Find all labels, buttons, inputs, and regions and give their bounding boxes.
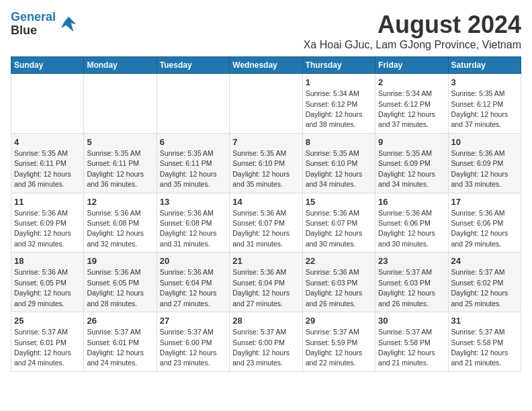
day-content: Sunrise: 5:36 AM Sunset: 6:07 PM Dayligh… — [306, 209, 363, 248]
day-number: 9 — [378, 136, 445, 148]
day-number: 11 — [14, 196, 81, 208]
day-content: Sunrise: 5:36 AM Sunset: 6:04 PM Dayligh… — [160, 268, 217, 307]
calendar-cell: 16Sunrise: 5:36 AM Sunset: 6:06 PM Dayli… — [375, 193, 448, 253]
day-content: Sunrise: 5:35 AM Sunset: 6:11 PM Dayligh… — [87, 149, 144, 188]
weekday-header: Saturday — [448, 57, 521, 74]
day-number: 20 — [160, 255, 226, 267]
calendar-cell: 2Sunrise: 5:34 AM Sunset: 6:12 PM Daylig… — [375, 74, 448, 134]
calendar-cell: 24Sunrise: 5:37 AM Sunset: 6:02 PM Dayli… — [448, 253, 521, 312]
calendar-cell — [84, 74, 157, 134]
day-content: Sunrise: 5:36 AM Sunset: 6:08 PM Dayligh… — [87, 209, 144, 248]
calendar-cell: 8Sunrise: 5:35 AM Sunset: 6:10 PM Daylig… — [302, 133, 375, 193]
day-content: Sunrise: 5:36 AM Sunset: 6:07 PM Dayligh… — [232, 209, 290, 248]
day-content: Sunrise: 5:35 AM Sunset: 6:10 PM Dayligh… — [306, 149, 363, 188]
day-number: 24 — [451, 255, 518, 267]
calendar-cell: 5Sunrise: 5:35 AM Sunset: 6:11 PM Daylig… — [84, 133, 157, 193]
day-number: 18 — [14, 255, 81, 267]
day-number: 5 — [87, 136, 153, 148]
day-number: 1 — [306, 77, 372, 89]
day-number: 27 — [160, 315, 226, 327]
day-content: Sunrise: 5:35 AM Sunset: 6:11 PM Dayligh… — [160, 149, 217, 188]
day-content: Sunrise: 5:37 AM Sunset: 6:01 PM Dayligh… — [14, 328, 71, 367]
day-content: Sunrise: 5:36 AM Sunset: 6:06 PM Dayligh… — [378, 209, 435, 248]
day-number: 26 — [87, 315, 153, 327]
calendar-cell: 14Sunrise: 5:36 AM Sunset: 6:07 PM Dayli… — [230, 193, 302, 253]
main-title: August 2024 — [304, 11, 521, 39]
calendar-cell — [230, 74, 302, 134]
calendar-cell: 21Sunrise: 5:36 AM Sunset: 6:04 PM Dayli… — [230, 253, 302, 312]
day-number: 3 — [451, 77, 518, 89]
calendar-cell: 22Sunrise: 5:36 AM Sunset: 6:03 PM Dayli… — [302, 253, 375, 312]
day-content: Sunrise: 5:37 AM Sunset: 6:01 PM Dayligh… — [87, 328, 144, 367]
day-content: Sunrise: 5:36 AM Sunset: 6:06 PM Dayligh… — [451, 209, 508, 248]
calendar-cell: 30Sunrise: 5:37 AM Sunset: 5:58 PM Dayli… — [375, 312, 448, 372]
day-content: Sunrise: 5:36 AM Sunset: 6:05 PM Dayligh… — [14, 268, 71, 307]
calendar-cell: 1Sunrise: 5:34 AM Sunset: 6:12 PM Daylig… — [302, 74, 375, 134]
day-number: 14 — [232, 196, 299, 208]
calendar-cell: 31Sunrise: 5:37 AM Sunset: 5:58 PM Dayli… — [448, 312, 521, 372]
svg-marker-0 — [61, 17, 77, 32]
day-number: 28 — [232, 315, 299, 327]
calendar-cell — [11, 74, 84, 134]
calendar-cell: 29Sunrise: 5:37 AM Sunset: 5:59 PM Dayli… — [302, 312, 375, 372]
day-number: 23 — [378, 255, 445, 267]
calendar-week-row: 25Sunrise: 5:37 AM Sunset: 6:01 PM Dayli… — [11, 312, 521, 372]
day-number: 6 — [160, 136, 226, 148]
day-content: Sunrise: 5:36 AM Sunset: 6:09 PM Dayligh… — [14, 209, 71, 248]
day-content: Sunrise: 5:37 AM Sunset: 6:02 PM Dayligh… — [451, 268, 508, 307]
calendar-cell: 20Sunrise: 5:36 AM Sunset: 6:04 PM Dayli… — [157, 253, 229, 312]
calendar-cell: 10Sunrise: 5:36 AM Sunset: 6:09 PM Dayli… — [448, 133, 521, 193]
day-content: Sunrise: 5:35 AM Sunset: 6:12 PM Dayligh… — [451, 89, 508, 128]
day-number: 22 — [306, 255, 372, 267]
day-content: Sunrise: 5:35 AM Sunset: 6:09 PM Dayligh… — [378, 149, 435, 188]
day-content: Sunrise: 5:34 AM Sunset: 6:12 PM Dayligh… — [378, 89, 435, 128]
subtitle: Xa Hoai GJuc, Lam GJong Province, Vietna… — [304, 39, 521, 51]
day-number: 15 — [306, 196, 372, 208]
weekday-header: Friday — [375, 57, 448, 74]
day-number: 16 — [378, 196, 445, 208]
day-number: 12 — [87, 196, 153, 208]
calendar-week-row: 11Sunrise: 5:36 AM Sunset: 6:09 PM Dayli… — [11, 193, 521, 253]
calendar-cell: 11Sunrise: 5:36 AM Sunset: 6:09 PM Dayli… — [11, 193, 84, 253]
day-content: Sunrise: 5:36 AM Sunset: 6:09 PM Dayligh… — [451, 149, 508, 188]
logo-text: GeneralBlue — [11, 11, 56, 38]
calendar-week-row: 18Sunrise: 5:36 AM Sunset: 6:05 PM Dayli… — [11, 253, 521, 312]
day-number: 25 — [14, 315, 81, 327]
day-number: 13 — [160, 196, 226, 208]
day-content: Sunrise: 5:36 AM Sunset: 6:05 PM Dayligh… — [87, 268, 144, 307]
page-header: GeneralBlue August 2024 Xa Hoai GJuc, La… — [11, 11, 521, 51]
calendar-cell: 25Sunrise: 5:37 AM Sunset: 6:01 PM Dayli… — [11, 312, 84, 372]
day-number: 21 — [232, 255, 299, 267]
calendar-cell: 26Sunrise: 5:37 AM Sunset: 6:01 PM Dayli… — [84, 312, 157, 372]
day-number: 8 — [306, 136, 372, 148]
calendar-cell: 23Sunrise: 5:37 AM Sunset: 6:03 PM Dayli… — [375, 253, 448, 312]
day-content: Sunrise: 5:37 AM Sunset: 6:00 PM Dayligh… — [232, 328, 290, 367]
day-content: Sunrise: 5:36 AM Sunset: 6:03 PM Dayligh… — [306, 268, 363, 307]
calendar-week-row: 4Sunrise: 5:35 AM Sunset: 6:11 PM Daylig… — [11, 133, 521, 193]
day-content: Sunrise: 5:37 AM Sunset: 5:58 PM Dayligh… — [451, 328, 508, 367]
day-number: 17 — [451, 196, 518, 208]
calendar-cell: 13Sunrise: 5:36 AM Sunset: 6:08 PM Dayli… — [157, 193, 229, 253]
day-content: Sunrise: 5:36 AM Sunset: 6:08 PM Dayligh… — [160, 209, 217, 248]
calendar-cell: 17Sunrise: 5:36 AM Sunset: 6:06 PM Dayli… — [448, 193, 521, 253]
day-number: 10 — [451, 136, 518, 148]
calendar-cell: 27Sunrise: 5:37 AM Sunset: 6:00 PM Dayli… — [157, 312, 229, 372]
day-number: 31 — [451, 315, 518, 327]
calendar-table: SundayMondayTuesdayWednesdayThursdayFrid… — [11, 56, 521, 372]
day-content: Sunrise: 5:37 AM Sunset: 6:03 PM Dayligh… — [378, 268, 435, 307]
calendar-cell: 12Sunrise: 5:36 AM Sunset: 6:08 PM Dayli… — [84, 193, 157, 253]
day-content: Sunrise: 5:34 AM Sunset: 6:12 PM Dayligh… — [306, 89, 363, 128]
calendar-week-row: 1Sunrise: 5:34 AM Sunset: 6:12 PM Daylig… — [11, 74, 521, 134]
calendar-cell: 6Sunrise: 5:35 AM Sunset: 6:11 PM Daylig… — [157, 133, 229, 193]
day-number: 4 — [14, 136, 81, 148]
calendar-body: 1Sunrise: 5:34 AM Sunset: 6:12 PM Daylig… — [11, 74, 521, 372]
day-number: 2 — [378, 77, 445, 89]
calendar-cell: 9Sunrise: 5:35 AM Sunset: 6:09 PM Daylig… — [375, 133, 448, 193]
calendar-cell: 15Sunrise: 5:36 AM Sunset: 6:07 PM Dayli… — [302, 193, 375, 253]
weekday-header: Monday — [84, 57, 157, 74]
logo: GeneralBlue — [11, 11, 79, 38]
calendar-cell: 4Sunrise: 5:35 AM Sunset: 6:11 PM Daylig… — [11, 133, 84, 193]
title-block: August 2024 Xa Hoai GJuc, Lam GJong Prov… — [304, 11, 521, 51]
day-content: Sunrise: 5:36 AM Sunset: 6:04 PM Dayligh… — [232, 268, 290, 307]
day-number: 7 — [232, 136, 299, 148]
